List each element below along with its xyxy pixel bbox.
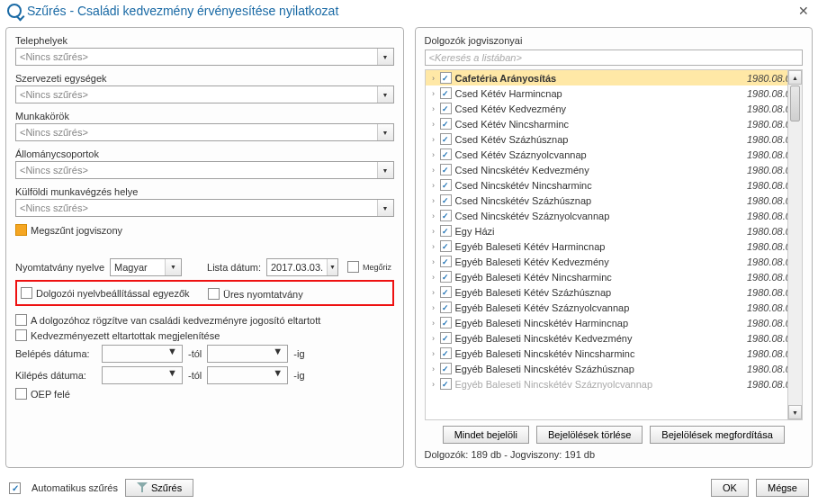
- expand-icon[interactable]: ›: [427, 181, 440, 190]
- list-item[interactable]: ›Csed Kétév Százhúsznap1980.08.08: [426, 131, 803, 147]
- preserve-checkbox[interactable]: [347, 261, 359, 273]
- row-checkbox[interactable]: [440, 72, 452, 84]
- expand-icon[interactable]: ›: [427, 242, 440, 251]
- by-lang-checkbox[interactable]: [21, 287, 32, 299]
- exit-to-input[interactable]: ▼: [207, 366, 288, 384]
- list-item[interactable]: ›Egyéb Baleseti Nincskétév Nincsharminc1…: [426, 346, 803, 361]
- list-date-dropdown[interactable]: 2017.03.03. ▼: [266, 258, 338, 276]
- scroll-down-icon[interactable]: ▼: [788, 405, 802, 419]
- row-checkbox[interactable]: [440, 271, 452, 283]
- expand-icon[interactable]: ›: [427, 303, 440, 312]
- row-checkbox[interactable]: [440, 87, 452, 99]
- ok-button[interactable]: OK: [711, 479, 749, 497]
- expand-icon[interactable]: ›: [427, 257, 440, 266]
- list-item[interactable]: ›Egyéb Baleseti Kétév Százhúsznap1980.08…: [426, 284, 803, 300]
- row-checkbox[interactable]: [440, 332, 452, 344]
- list-item[interactable]: ›Egyéb Baleseti Kétév Száznyolcvannap198…: [426, 300, 803, 315]
- filter-button[interactable]: Szűrés: [125, 479, 193, 497]
- list-item[interactable]: ›Csed Nincskétév Százhúsznap1980.08.08: [426, 193, 803, 208]
- exit-from-input[interactable]: ▼: [102, 366, 183, 384]
- row-checkbox[interactable]: [440, 164, 452, 176]
- row-checkbox[interactable]: [440, 302, 452, 313]
- invert-button[interactable]: Bejelölések megfordítása: [650, 426, 785, 444]
- chevron-down-icon[interactable]: ▼: [273, 346, 287, 362]
- list-item[interactable]: ›Csed Kétév Harmincnap1980.08.08: [426, 86, 803, 101]
- groups-dropdown[interactable]: <Nincs szűrés> ▼: [15, 161, 394, 179]
- row-checkbox[interactable]: [440, 148, 452, 160]
- scrollbar[interactable]: ▲ ▼: [787, 70, 802, 419]
- expand-icon[interactable]: ›: [427, 89, 440, 98]
- expand-icon[interactable]: ›: [427, 150, 440, 159]
- select-all-button[interactable]: Mindet bejelöli: [443, 426, 529, 444]
- print-lang-dropdown[interactable]: Magyar ▼: [110, 258, 182, 276]
- expand-icon[interactable]: ›: [427, 227, 440, 236]
- entry-from-input[interactable]: ▼: [102, 345, 183, 363]
- search-input[interactable]: <Keresés a listában>: [425, 50, 804, 66]
- list-item[interactable]: ›Csed Nincskétév Nincsharminc1980.08.08: [426, 177, 803, 193]
- list-item[interactable]: ›Egyéb Baleseti Kétév Nincsharminc1980.0…: [426, 269, 803, 284]
- list-item[interactable]: ›Csed Kétév Kedvezmény1980.08.08: [426, 101, 803, 116]
- scroll-thumb[interactable]: [790, 86, 800, 122]
- expand-icon[interactable]: ›: [427, 166, 440, 175]
- entry-to-input[interactable]: ▼: [207, 345, 288, 363]
- list-item[interactable]: ›Egyéb Baleseti Kétév Harmincnap1980.08.…: [426, 238, 803, 254]
- list-item[interactable]: ›Egy Házi1980.08.08: [426, 223, 803, 238]
- expand-icon[interactable]: ›: [427, 74, 440, 83]
- row-checkbox[interactable]: [440, 347, 452, 359]
- list-item[interactable]: ›Egyéb Baleseti Nincskétév Kedvezmény198…: [426, 330, 803, 346]
- list-item[interactable]: ›Csed Nincskétév Száznyolcvannap1980.08.…: [426, 208, 803, 223]
- row-checkbox[interactable]: [440, 225, 452, 237]
- expand-icon[interactable]: ›: [427, 196, 440, 205]
- chevron-down-icon[interactable]: ▼: [377, 49, 393, 65]
- expand-icon[interactable]: ›: [427, 364, 440, 374]
- row-checkbox[interactable]: [440, 210, 452, 221]
- chevron-down-icon[interactable]: ▼: [273, 367, 287, 383]
- row-checkbox[interactable]: [440, 378, 452, 390]
- row-checkbox[interactable]: [440, 118, 452, 130]
- row-checkbox[interactable]: [440, 286, 452, 298]
- chevron-down-icon[interactable]: ▼: [327, 259, 337, 275]
- cancel-button[interactable]: Mégse: [756, 479, 809, 497]
- list-item[interactable]: ›Csed Kétév Nincsharminc1980.08.08: [426, 116, 803, 131]
- row-checkbox[interactable]: [440, 363, 452, 374]
- chevron-down-icon[interactable]: ▼: [165, 259, 181, 275]
- row-checkbox[interactable]: [440, 240, 452, 252]
- blank-form-checkbox[interactable]: [208, 288, 220, 300]
- row-checkbox[interactable]: [440, 179, 452, 191]
- expand-icon[interactable]: ›: [427, 212, 440, 220]
- auto-filter-checkbox[interactable]: [9, 482, 21, 494]
- expand-icon[interactable]: ›: [427, 349, 440, 358]
- clear-all-button[interactable]: Bejelölések törlése: [536, 426, 643, 444]
- list-item[interactable]: ›Csed Nincskétév Kedvezmény1980.08.08: [426, 162, 803, 177]
- list-item[interactable]: ›Egyéb Baleseti Kétév Kedvezmény1980.08.…: [426, 254, 803, 269]
- row-checkbox[interactable]: [440, 133, 452, 145]
- chevron-down-icon[interactable]: ▼: [377, 162, 393, 178]
- close-icon[interactable]: ✕: [798, 4, 811, 18]
- expand-icon[interactable]: ›: [427, 120, 440, 129]
- row-checkbox[interactable]: [440, 194, 452, 206]
- chevron-down-icon[interactable]: ▼: [377, 200, 393, 216]
- jobs-dropdown[interactable]: <Nincs szűrés> ▼: [15, 123, 394, 141]
- orgunits-dropdown[interactable]: <Nincs szűrés> ▼: [15, 86, 394, 104]
- expand-icon[interactable]: ›: [427, 288, 440, 297]
- list-item[interactable]: ›Csed Kétév Száznyolcvannap1980.08.08: [426, 147, 803, 162]
- oep-checkbox[interactable]: [15, 388, 27, 400]
- has-dependents-checkbox[interactable]: [15, 314, 27, 326]
- list-item[interactable]: ›Egyéb Baleseti Nincskétév Száznyolcvann…: [426, 376, 803, 392]
- expand-icon[interactable]: ›: [427, 104, 440, 113]
- chevron-down-icon[interactable]: ▼: [377, 86, 393, 103]
- row-checkbox[interactable]: [440, 256, 452, 267]
- scroll-up-icon[interactable]: ▲: [788, 70, 802, 85]
- list-item[interactable]: ›Cafetéria Arányosítás1980.08.08: [426, 70, 803, 86]
- row-checkbox[interactable]: [440, 317, 452, 328]
- chevron-down-icon[interactable]: ▼: [167, 367, 182, 383]
- expand-icon[interactable]: ›: [427, 135, 440, 144]
- list-item[interactable]: ›Egyéb Baleseti Nincskétév Százhúsznap19…: [426, 361, 803, 376]
- list-item[interactable]: ›Egyéb Baleseti Nincskétév Harmincnap198…: [426, 315, 803, 330]
- expand-icon[interactable]: ›: [427, 319, 440, 328]
- row-checkbox[interactable]: [440, 103, 452, 114]
- abroad-dropdown[interactable]: <Nincs szűrés> ▼: [15, 199, 394, 217]
- chevron-down-icon[interactable]: ▼: [377, 124, 393, 140]
- terminated-checkbox[interactable]: [15, 224, 27, 236]
- sites-dropdown[interactable]: <Nincs szűrés> ▼: [15, 48, 394, 66]
